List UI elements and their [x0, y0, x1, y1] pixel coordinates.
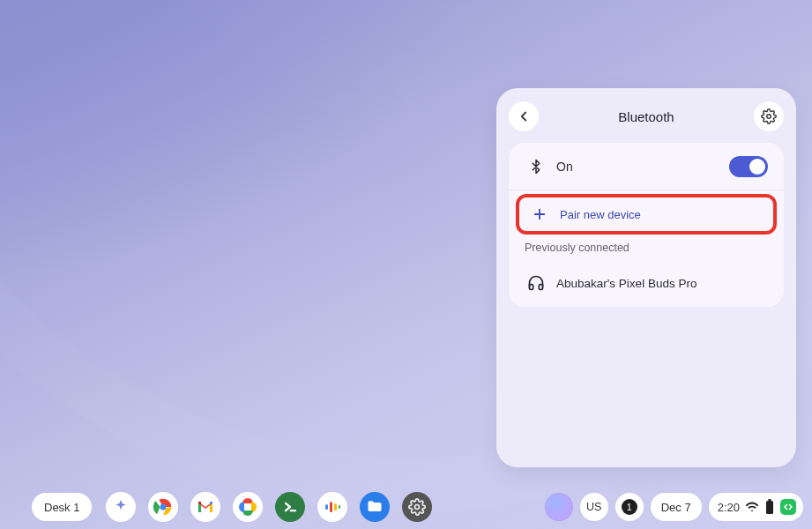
- input-method-label: US: [586, 501, 601, 513]
- bluetooth-icon: [525, 159, 548, 175]
- gmail-icon: [195, 496, 216, 518]
- app-terminal[interactable]: [275, 492, 305, 522]
- desk-label: Desk 1: [44, 501, 79, 514]
- bluetooth-toggle-row[interactable]: On: [509, 143, 784, 190]
- folder-icon: [366, 498, 384, 516]
- chrome-icon: [151, 495, 175, 519]
- device-name: Abubakar's Pixel Buds Pro: [556, 277, 768, 290]
- app-voice[interactable]: [317, 492, 347, 522]
- photos-icon: [237, 496, 258, 518]
- status-tray-button[interactable]: 2:20: [709, 493, 803, 521]
- svg-rect-6: [330, 502, 332, 512]
- time-label: 2:20: [718, 501, 740, 514]
- assistant-orb[interactable]: [545, 493, 573, 521]
- date-label: Dec 7: [661, 501, 691, 514]
- app-settings[interactable]: [402, 492, 432, 522]
- shelf: Desk 1 US 1: [0, 487, 812, 529]
- svg-point-0: [767, 115, 771, 119]
- shelf-system-tray: US 1 Dec 7 2:20: [545, 493, 803, 521]
- bluetooth-toggle[interactable]: [729, 156, 768, 177]
- app-assistant[interactable]: [106, 492, 136, 522]
- dev-mode-icon: [780, 499, 796, 515]
- svg-point-9: [415, 505, 420, 510]
- panel-header: Bluetooth: [509, 101, 784, 132]
- app-chrome[interactable]: [148, 492, 178, 522]
- svg-rect-10: [766, 501, 773, 514]
- previously-connected-caption: Previously connected: [509, 231, 784, 259]
- svg-rect-7: [334, 503, 337, 510]
- svg-rect-8: [339, 505, 340, 509]
- panel-title: Bluetooth: [618, 109, 674, 124]
- gear-icon: [408, 498, 426, 516]
- plus-icon: [528, 206, 551, 222]
- wifi-icon: [745, 500, 759, 514]
- svg-rect-5: [325, 504, 328, 510]
- back-button[interactable]: [509, 101, 539, 131]
- headphones-icon: [525, 274, 548, 292]
- bluetooth-status-label: On: [556, 160, 729, 174]
- chevron-left-icon: [516, 108, 532, 124]
- sound-wave-icon: [322, 496, 343, 518]
- app-files[interactable]: [360, 492, 390, 522]
- shelf-apps: [106, 492, 432, 522]
- battery-icon: [764, 499, 775, 515]
- bluetooth-panel: Bluetooth On Pair new device Previously …: [496, 88, 796, 467]
- svg-rect-11: [769, 499, 771, 501]
- pair-new-device-label: Pair new device: [560, 208, 764, 221]
- date-button[interactable]: Dec 7: [651, 493, 702, 521]
- gear-icon: [761, 108, 777, 124]
- bluetooth-settings-button[interactable]: [754, 101, 784, 131]
- input-method-button[interactable]: US: [580, 493, 608, 521]
- terminal-icon: [281, 498, 299, 516]
- notifications-count: 1: [622, 499, 637, 515]
- bluetooth-card: On Pair new device Previously connected …: [509, 143, 784, 307]
- notifications-button[interactable]: 1: [615, 493, 644, 521]
- pair-new-device-button[interactable]: Pair new device: [516, 194, 777, 235]
- desk-button[interactable]: Desk 1: [32, 493, 92, 521]
- sparkle-icon: [112, 498, 130, 516]
- app-gmail[interactable]: [190, 492, 220, 522]
- device-row[interactable]: Abubakar's Pixel Buds Pro: [509, 259, 784, 307]
- app-photos[interactable]: [233, 492, 263, 522]
